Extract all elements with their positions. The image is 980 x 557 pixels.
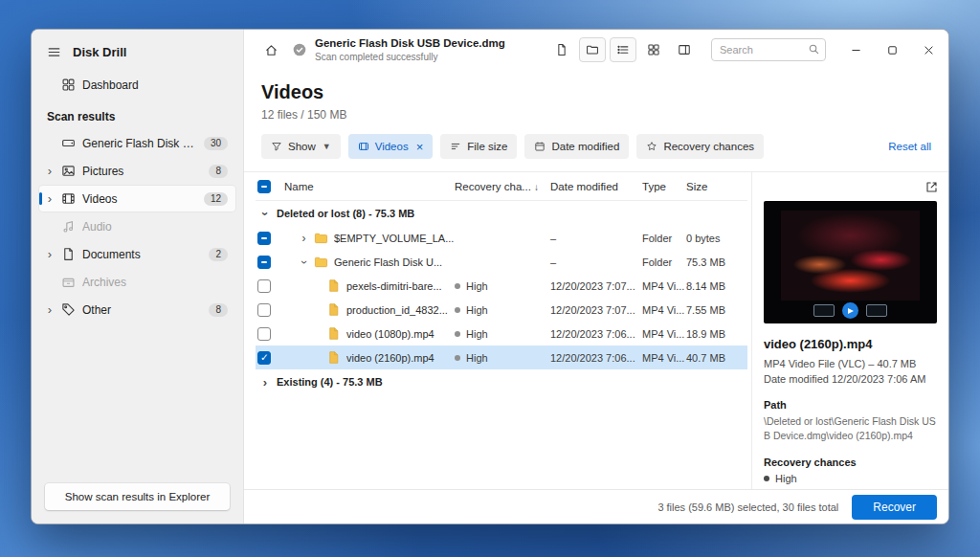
recovery-chances-filter[interactable]: Recovery chances xyxy=(636,134,764,159)
playback-control-left[interactable] xyxy=(813,304,835,317)
close-icon xyxy=(923,44,935,56)
sidebar-item-videos[interactable]: › Videos 12 xyxy=(39,186,235,212)
playback-controls xyxy=(764,302,937,319)
recover-button[interactable]: Recover xyxy=(852,495,937,520)
new-file-button[interactable] xyxy=(548,37,575,62)
show-filter-dropdown[interactable]: Show ▼ xyxy=(261,134,341,159)
play-button[interactable] xyxy=(842,302,858,319)
count-badge: 2 xyxy=(209,248,228,261)
video-filter-icon xyxy=(358,141,369,152)
table-row[interactable]: video (1080p).mp4 High 12/20/2023 7:06..… xyxy=(256,322,747,345)
other-icon xyxy=(61,302,76,317)
file-name: video (1080p).mp4 xyxy=(346,328,434,340)
row-checkbox[interactable] xyxy=(257,232,271,245)
date-modified-filter[interactable]: Date modified xyxy=(524,134,629,159)
cell-type: MP4 Vi... xyxy=(642,352,686,364)
column-header-date[interactable]: Date modified xyxy=(550,181,642,192)
playback-control-right[interactable] xyxy=(866,304,887,317)
archives-icon xyxy=(61,275,76,289)
chevron-right-icon: › xyxy=(45,303,55,316)
cell-type: MP4 Vi... xyxy=(642,328,686,340)
column-header-recovery[interactable]: Recovery cha...↓ xyxy=(455,181,550,192)
chevron-right-icon[interactable]: › xyxy=(300,233,308,244)
group-label: Deleted or lost (8) - 75.3 MB xyxy=(277,208,414,219)
close-button[interactable] xyxy=(912,35,945,64)
folder-icon xyxy=(586,43,599,56)
sidebar: Disk Drill Dashboard Scan results Generi… xyxy=(32,30,244,524)
row-checkbox[interactable] xyxy=(257,327,271,341)
sidebar-item-documents[interactable]: › Documents 2 xyxy=(39,241,235,267)
sidebar-item-device[interactable]: Generic Flash Disk USB D... 30 xyxy=(39,130,235,156)
active-filter-videos[interactable]: Videos × xyxy=(348,134,434,159)
minimize-button[interactable] xyxy=(839,35,872,64)
group-row-existing[interactable]: › Existing (4) - 75.3 MB xyxy=(256,369,747,394)
column-header-name[interactable]: Name xyxy=(280,181,455,192)
open-external-icon[interactable] xyxy=(924,180,939,194)
file-name: pexels-dimitri-bare... xyxy=(346,280,442,292)
home-button[interactable] xyxy=(257,37,284,62)
file-name: production_id_4832... xyxy=(346,304,448,316)
list-view-button[interactable] xyxy=(610,37,636,62)
grid-view-icon xyxy=(647,43,660,56)
select-all-checkbox[interactable] xyxy=(257,180,271,193)
folder-icon xyxy=(314,255,328,269)
grid-view-button[interactable] xyxy=(640,37,667,62)
row-checkbox[interactable] xyxy=(257,256,271,269)
cell-recovery: High xyxy=(466,352,488,364)
row-checkbox[interactable] xyxy=(257,351,271,365)
recovery-chances-filter-label: Recovery chances xyxy=(663,141,754,152)
scan-status: Generic Flash Disk USB Device.dmg Scan c… xyxy=(292,36,505,63)
sidebar-item-other[interactable]: › Other 8 xyxy=(39,297,235,323)
maximize-button[interactable] xyxy=(876,35,908,64)
path-label: Path xyxy=(764,399,937,411)
reset-all-link[interactable]: Reset all xyxy=(888,141,931,152)
hamburger-menu-icon[interactable] xyxy=(47,45,61,59)
cell-size: 18.9 MB xyxy=(686,328,747,340)
sidebar-item-label: Generic Flash Disk USB D... xyxy=(82,137,197,150)
minimize-icon xyxy=(850,44,862,56)
cell-type: MP4 Vi... xyxy=(642,304,686,316)
chevron-right-icon[interactable]: › xyxy=(260,376,270,389)
drive-icon xyxy=(61,136,76,150)
filter-icon xyxy=(271,141,282,152)
page-title: Videos xyxy=(261,81,931,103)
video-file-icon xyxy=(326,326,341,341)
work-area: Name Recovery cha...↓ Date modified Type… xyxy=(244,171,948,489)
page-subtitle: 12 files / 150 MB xyxy=(261,108,931,122)
file-size-icon xyxy=(450,141,461,152)
group-row-deleted[interactable]: › Deleted or lost (8) - 75.3 MB xyxy=(256,201,747,226)
chevron-down-icon: ▼ xyxy=(323,142,331,151)
sidebar-item-dashboard[interactable]: Dashboard xyxy=(39,72,235,98)
videos-icon xyxy=(61,191,76,206)
cell-recovery: High xyxy=(466,304,488,316)
status-bar: 3 files (59.6 MB) selected, 30 files tot… xyxy=(244,489,948,524)
column-header-type[interactable]: Type xyxy=(642,181,686,192)
table-row[interactable]: pexels-dimitri-bare... High 12/20/2023 7… xyxy=(256,274,747,298)
table-row-selected[interactable]: video (2160p).mp4 High 12/20/2023 7:06..… xyxy=(256,345,747,369)
chevron-down-icon[interactable]: › xyxy=(299,257,310,266)
video-file-icon xyxy=(326,302,341,317)
table-row[interactable]: production_id_4832... High 12/20/2023 7:… xyxy=(256,298,747,322)
date-modified-filter-label: Date modified xyxy=(551,141,619,152)
open-folder-button[interactable] xyxy=(579,37,606,62)
table-row[interactable]: › $EMPTY_VOLUME_LA... – Folder 0 bytes xyxy=(256,226,747,250)
maximize-icon xyxy=(886,44,899,56)
pictures-icon xyxy=(61,164,76,178)
page-header: Videos 12 files / 150 MB xyxy=(244,70,948,122)
row-checkbox[interactable] xyxy=(257,303,271,317)
column-header-size[interactable]: Size xyxy=(686,181,747,192)
sidebar-item-label: Videos xyxy=(82,192,197,206)
row-checkbox[interactable] xyxy=(257,279,271,293)
preview-panel-button[interactable] xyxy=(671,37,698,62)
video-preview-thumbnail[interactable] xyxy=(764,201,937,323)
video-frame xyxy=(781,211,920,301)
remove-filter-icon[interactable]: × xyxy=(416,141,424,153)
chevron-down-icon[interactable]: › xyxy=(259,209,272,218)
sidebar-item-archives[interactable]: Archives xyxy=(39,269,235,295)
sidebar-item-audio[interactable]: Audio xyxy=(39,213,235,239)
scan-results-section-title: Scan results xyxy=(32,99,243,129)
show-in-explorer-button[interactable]: Show scan results in Explorer xyxy=(45,483,230,510)
file-size-filter[interactable]: File size xyxy=(440,134,517,159)
sidebar-item-pictures[interactable]: › Pictures 8 xyxy=(39,158,235,184)
table-row[interactable]: › Generic Flash Disk U... – Folder 75.3 … xyxy=(256,250,747,274)
